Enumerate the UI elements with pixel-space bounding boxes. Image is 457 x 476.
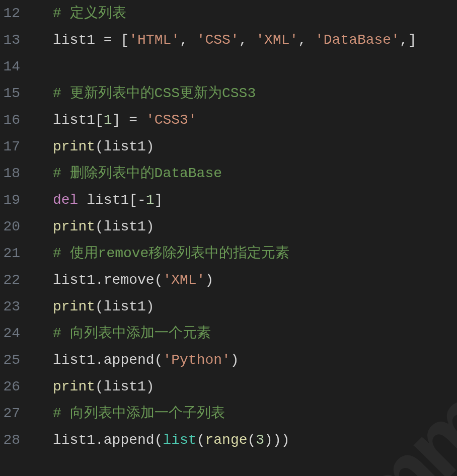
line-number: 24	[0, 320, 20, 347]
token-operator: =	[129, 112, 137, 128]
token-variable: ]	[155, 192, 163, 208]
code-line[interactable]: list1.append(list(range(3)))	[53, 427, 457, 453]
token-builtin: range	[205, 432, 247, 448]
token-punct: [	[112, 32, 129, 48]
token-variable: (list1)	[95, 379, 155, 394]
token-variable: list1[	[53, 112, 104, 128]
code-line[interactable]: # 更新列表中的CSS更新为CSS3	[53, 80, 457, 107]
code-line[interactable]: # 向列表中添加一个子列表	[53, 400, 457, 427]
token-builtin: print	[53, 219, 95, 234]
line-number: 19	[0, 187, 20, 213]
token-builtin: print	[53, 299, 95, 314]
line-number: 18	[0, 160, 20, 187]
code-line[interactable]: del list1[-1]	[53, 187, 457, 213]
token-string: 'Python'	[163, 352, 230, 368]
token-variable: (list1)	[95, 139, 155, 154]
token-punct	[137, 112, 146, 128]
token-string: 'DataBase'	[315, 32, 400, 48]
token-punct: ,]	[400, 32, 417, 48]
line-number: 13	[0, 27, 20, 53]
token-variable: (list1)	[95, 299, 155, 314]
line-number: 27	[0, 400, 20, 427]
token-builtin: print	[53, 139, 95, 154]
token-string: 'XML'	[163, 272, 205, 288]
code-line[interactable]: list1 = ['HTML', 'CSS', 'XML', 'DataBase…	[53, 27, 457, 53]
line-number: 28	[0, 427, 20, 453]
line-number: 17	[0, 133, 20, 160]
token-punct: ,	[298, 32, 315, 48]
token-comment: # 向列表中添加一个元素	[53, 326, 211, 341]
token-comment: # 定义列表	[53, 6, 126, 21]
token-comment: # 向列表中添加一个子列表	[53, 406, 225, 421]
code-line[interactable]: print(list1)	[53, 293, 457, 320]
line-number: 15	[0, 80, 20, 107]
token-number: 1	[104, 112, 112, 128]
code-line[interactable]: # 使用remove移除列表中的指定元素	[53, 240, 457, 267]
token-keyword: del	[53, 192, 78, 208]
token-variable: )	[205, 272, 213, 288]
code-line[interactable]: print(list1)	[53, 213, 457, 240]
token-variable: )	[231, 352, 239, 368]
code-line[interactable]	[53, 53, 457, 80]
token-func: list	[163, 432, 196, 448]
token-comment: # 更新列表中的CSS更新为CSS3	[53, 86, 256, 101]
code-line[interactable]: # 删除列表中的DataBase	[53, 160, 457, 187]
token-operator: -	[137, 192, 146, 208]
token-operator: =	[104, 32, 112, 48]
token-variable: list1.append(	[53, 432, 163, 448]
code-line[interactable]: list1[1] = 'CSS3'	[53, 107, 457, 133]
token-string: 'CSS'	[197, 32, 239, 48]
code-line[interactable]: list1.append('Python')	[53, 347, 457, 373]
token-builtin: print	[53, 379, 95, 394]
code-line[interactable]: print(list1)	[53, 373, 457, 400]
token-string: 'CSS3'	[146, 112, 197, 128]
line-number: 26	[0, 373, 20, 400]
token-comment: # 使用remove移除列表中的指定元素	[53, 246, 289, 261]
code-editor[interactable]: 1213141516171819202122232425262728 # 定义列…	[0, 0, 457, 453]
line-number-gutter: 1213141516171819202122232425262728	[0, 0, 28, 453]
token-number: 1	[146, 192, 155, 208]
line-number: 16	[0, 107, 20, 133]
line-number: 20	[0, 213, 20, 240]
token-variable: list1.remove(	[53, 272, 163, 288]
code-line[interactable]: list1.remove('XML')	[53, 267, 457, 293]
line-number: 12	[0, 0, 20, 27]
line-number: 22	[0, 267, 20, 293]
token-variable: list1.append(	[53, 352, 163, 368]
token-variable: list1[	[78, 192, 137, 208]
token-punct: (	[197, 432, 205, 448]
code-content[interactable]: # 定义列表list1 = ['HTML', 'CSS', 'XML', 'Da…	[28, 0, 457, 453]
token-comment: # 删除列表中的DataBase	[53, 166, 222, 181]
code-line[interactable]: print(list1)	[53, 133, 457, 160]
line-number: 21	[0, 240, 20, 267]
line-number: 25	[0, 347, 20, 373]
token-string: 'XML'	[256, 32, 298, 48]
token-punct: (	[247, 432, 256, 448]
token-variable: list1	[53, 32, 104, 48]
code-line[interactable]: # 定义列表	[53, 0, 457, 27]
token-punct: ,	[239, 32, 256, 48]
token-variable: (list1)	[95, 219, 155, 234]
line-number: 23	[0, 293, 20, 320]
token-variable: ]	[112, 112, 129, 128]
token-punct: ,	[180, 32, 197, 48]
token-number: 3	[256, 432, 264, 448]
code-line[interactable]: # 向列表中添加一个元素	[53, 320, 457, 347]
line-number: 14	[0, 53, 20, 80]
token-string: 'HTML'	[129, 32, 180, 48]
token-punct: )))	[264, 432, 289, 448]
